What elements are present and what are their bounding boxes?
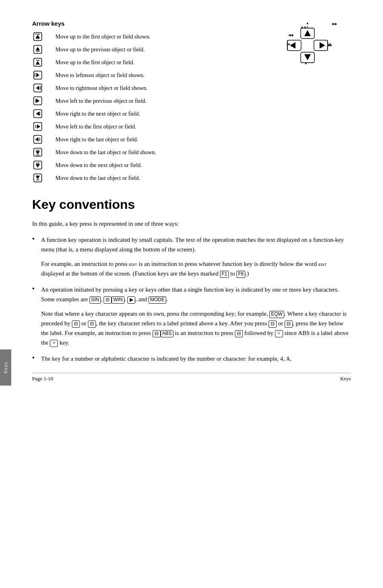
footer-right: Keys [340, 376, 351, 382]
key-desc-up-first-shown: Move up to the first object or field sho… [55, 33, 151, 41]
shift-key-3: ⊟ [88, 321, 96, 328]
arrow-keys-title: Arrow keys [32, 20, 279, 27]
key-icon-left-first [32, 121, 43, 132]
arrow-key-row: Move down to the next object or field. [32, 159, 279, 171]
svg-marker-38 [36, 176, 39, 179]
bullet-3: • The key for a number or alphabetic cha… [32, 354, 351, 363]
bullet-3-para-1: The key for a number or alphabetic chara… [41, 354, 351, 363]
svg-marker-49 [320, 42, 325, 49]
right-arrow-key: ▶ [127, 296, 135, 304]
div-key: ÷ [275, 330, 283, 337]
shift-win-group: ⊟WIN [104, 296, 124, 304]
arrow-key-row: Move right to the last object or field. [32, 134, 279, 145]
svg-text:|◀: |◀ [287, 43, 290, 46]
key-conventions-title: Key conventions [32, 197, 351, 212]
bullet-2-para-1: An operation initiated by pressing a key… [41, 285, 351, 304]
svg-marker-22 [37, 112, 39, 115]
svg-marker-10 [36, 61, 39, 64]
side-tab-text: Keys [3, 362, 8, 373]
arrow-key-row: Move up to the first object or field sho… [32, 31, 279, 42]
shift-key-5: ⊟ [285, 321, 293, 328]
svg-text:◀◀: ◀◀ [288, 33, 293, 37]
key-icon-down-last [32, 172, 43, 184]
intro-text: In this guide, a key press is represente… [32, 219, 351, 229]
key-icon-up-previous [32, 44, 43, 55]
side-tab: Keys [0, 349, 11, 386]
key-desc-left-first: Move left to the first object or field. [55, 122, 136, 131]
svg-marker-47 [290, 42, 295, 49]
bullet-2-para-2: Note that where a key character appears … [41, 309, 351, 347]
shift-abs-group: ⊟ABS [153, 330, 173, 337]
arrow-key-row: Move down to the last object or field. [32, 172, 279, 184]
svg-marker-17 [37, 86, 39, 90]
key-icon-up-first [32, 57, 43, 68]
key-desc-down-next: Move down to the next object or field. [55, 161, 142, 169]
svg-marker-3 [36, 35, 39, 38]
bullet-point-1: • [32, 235, 35, 278]
arrow-key-row: Move down to the last object or field sh… [32, 147, 279, 158]
bullet-1-para-2: For example, an instruction to press edi… [41, 259, 351, 278]
key-icon-right-next [32, 108, 43, 119]
key-desc-up-first: Move up to the first object or field. [55, 58, 134, 67]
edit-smcaps-2: edit [318, 261, 327, 267]
svg-marker-6 [36, 47, 39, 50]
arrow-key-row: Move up to the first object or field. [32, 57, 279, 68]
bullet-point-3: • [32, 354, 35, 363]
div-key-2: ÷ [50, 340, 58, 347]
svg-text:▶▶: ▶▶ [332, 22, 338, 26]
key-desc-right-last: Move right to the last object or field. [55, 135, 138, 144]
bullet-1-para-1: A function key operation is indicated by… [41, 235, 351, 254]
svg-text:▶▶: ▶▶ [328, 44, 332, 47]
arrow-key-row: Move to leftmost object or field shown. [32, 69, 279, 81]
key-desc-down-last: Move down to the last object or field. [55, 174, 140, 182]
key-desc-leftmost: Move to leftmost object or field shown. [55, 71, 145, 80]
bullet-1: • A function key operation is indicated … [32, 235, 351, 278]
arrow-diagram: ▲ ▲ ▶▶ ◀◀ |◀ [287, 20, 351, 66]
svg-marker-32 [36, 151, 39, 154]
key-icon-rightmost [32, 82, 43, 94]
key-desc-left-previous: Move left to the previous object or fiel… [55, 97, 147, 105]
svg-marker-51 [304, 54, 311, 60]
abs-key: ABS [161, 330, 173, 337]
to-text: to [230, 270, 235, 277]
svg-marker-19 [37, 99, 39, 102]
eqw-key: EQW [269, 311, 284, 318]
shift-key-2: ⊟ [72, 321, 80, 328]
key-desc-rightmost: Move to rightmost object or field shown. [55, 84, 148, 92]
bullet-2: • An operation initiated by pressing a k… [32, 285, 351, 347]
svg-text:▲: ▲ [306, 21, 309, 25]
svg-marker-26 [37, 125, 40, 128]
key-desc-up-previous: Move up to the previous object or field. [55, 45, 145, 54]
arrow-key-row: Move up to the previous object or field. [32, 44, 279, 55]
key-icon-down-last-shown [32, 147, 43, 158]
mode-key: MODE [149, 296, 166, 304]
key-icon-up-first-shown [32, 31, 43, 42]
arrow-key-row: Move left to the previous object or fiel… [32, 95, 279, 106]
bullet-3-content: The key for a number or alphabetic chara… [41, 354, 351, 363]
key-desc-right-next: Move right to the next object or field. [55, 110, 140, 118]
arrow-key-row: Move right to the next object or field. [32, 108, 279, 119]
bullet-2-content: An operation initiated by pressing a key… [41, 285, 351, 347]
shift-key: ⊟ [104, 296, 112, 304]
arrow-keys-section: Arrow keys Move up to the first object o… [32, 20, 351, 185]
shift-key-6: ⊟ [153, 330, 161, 337]
svg-text:▲▲: ▲▲ [301, 25, 306, 28]
f6-key: F6 [236, 271, 245, 278]
win-key: WIN [112, 296, 124, 304]
f1-key: F1 [220, 271, 229, 278]
page-content: Arrow keys Move up to the first object o… [0, 0, 383, 394]
bullet-point-2: • [32, 285, 35, 347]
footer: Page 1-10 Keys [32, 373, 351, 382]
svg-marker-28 [36, 138, 38, 141]
key-icon-down-next [32, 159, 43, 171]
bullet-1-content: A function key operation is indicated by… [41, 235, 351, 278]
shift-key-7: ⊟ [235, 330, 243, 337]
arrow-key-row: Move left to the first object or field. [32, 121, 279, 132]
key-icon-leftmost [32, 69, 43, 81]
sin-key: SIN [90, 296, 101, 304]
svg-marker-14 [37, 74, 39, 77]
arrow-keys-list: Arrow keys Move up to the first object o… [32, 20, 279, 185]
key-icon-right-last [32, 134, 43, 145]
key-icon-left-previous [32, 95, 43, 106]
svg-marker-36 [36, 164, 39, 167]
